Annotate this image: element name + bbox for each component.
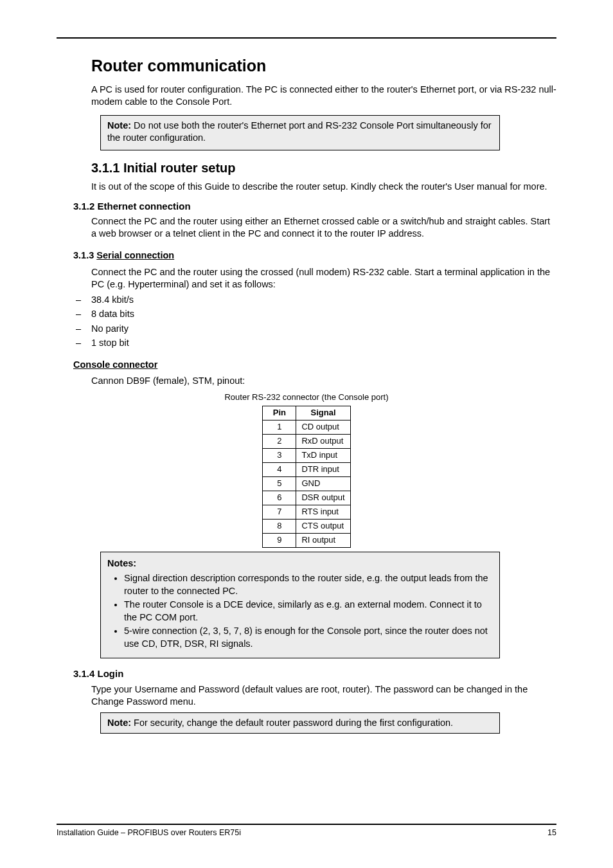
- heading-ethernet: 3.1.2 Ethernet connection: [73, 200, 556, 213]
- notes-label: Notes:: [107, 558, 136, 568]
- th-pin: Pin: [263, 406, 296, 420]
- list-item: 8 data bits: [73, 308, 556, 321]
- table-row: 1CD output: [263, 420, 350, 434]
- table-row: 5GND: [263, 476, 350, 491]
- heading-console-text: Console connector: [73, 359, 157, 370]
- intro-paragraph: A PC is used for router configuration. T…: [91, 84, 556, 109]
- list-item: No parity: [73, 323, 556, 336]
- note-body: Do not use both the router's Ethernet po…: [107, 120, 492, 143]
- table-row: 4DTR input: [263, 462, 350, 476]
- para-login: Type your Username and Password (default…: [91, 683, 556, 709]
- heading-serial: 3.1.3 Serial connection: [73, 249, 556, 262]
- serial-settings-list: 38.4 kbit/s 8 data bits No parity 1 stop…: [73, 294, 556, 350]
- table-row: 7RTS input: [263, 505, 350, 519]
- table-row: 6DSR output: [263, 491, 350, 505]
- list-item: 5-wire connection (2, 3, 5, 7, 8) is eno…: [124, 625, 493, 650]
- table-row: 3TxD input: [263, 448, 350, 462]
- para-ethernet: Connect the PC and the router using eith…: [91, 215, 556, 240]
- list-item: 38.4 kbit/s: [73, 294, 556, 307]
- list-item: The router Console is a DCE device, simi…: [124, 599, 493, 624]
- footer-rule: [57, 824, 556, 825]
- top-rule: [57, 37, 556, 39]
- list-item: Signal direction description corresponds…: [124, 572, 493, 597]
- th-signal: Signal: [296, 406, 350, 420]
- heading-console-connector: Console connector: [73, 359, 556, 372]
- heading-serial-link[interactable]: Serial connection: [96, 250, 174, 260]
- note-body: For security, change the default router …: [134, 718, 453, 728]
- table-row: 2RxD output: [263, 434, 350, 448]
- note-box-single-port: Note: Do not use both the router's Ether…: [100, 115, 500, 150]
- table-row: 8CTS output: [263, 519, 350, 533]
- pin-table: Pin Signal 1CD output 2RxD output 3TxD i…: [262, 406, 350, 548]
- heading-serial-prefix: 3.1.3: [73, 250, 96, 260]
- heading-initial-setup: 3.1.1 Initial router setup: [91, 159, 556, 177]
- table-row: 9RI output: [263, 533, 350, 547]
- para-serial: Connect the PC and the router using the …: [91, 266, 556, 291]
- table-header-row: Pin Signal: [263, 406, 350, 420]
- notes-box-console: Notes: Signal direction description corr…: [100, 552, 500, 659]
- heading-login: 3.1.4 Login: [73, 667, 556, 680]
- table-caption: Router RS-232 connector (the Console por…: [57, 392, 556, 403]
- page-footer: Installation Guide – PROFIBUS over Route…: [57, 824, 556, 838]
- para-console: Cannon DB9F (female), STM, pinout:: [91, 375, 556, 388]
- footer-left: Installation Guide – PROFIBUS over Route…: [57, 827, 241, 838]
- note-label: Note:: [107, 718, 131, 728]
- note-label: Note:: [107, 120, 131, 131]
- note-box-password: Note: For security, change the default r…: [100, 712, 500, 734]
- footer-page-number: 15: [547, 827, 556, 838]
- para-initial-setup: It is out of the scope of this Guide to …: [91, 181, 556, 194]
- notes-list: Signal direction description corresponds…: [107, 572, 493, 650]
- section-title: Router communication: [91, 55, 556, 77]
- list-item: 1 stop bit: [73, 337, 556, 350]
